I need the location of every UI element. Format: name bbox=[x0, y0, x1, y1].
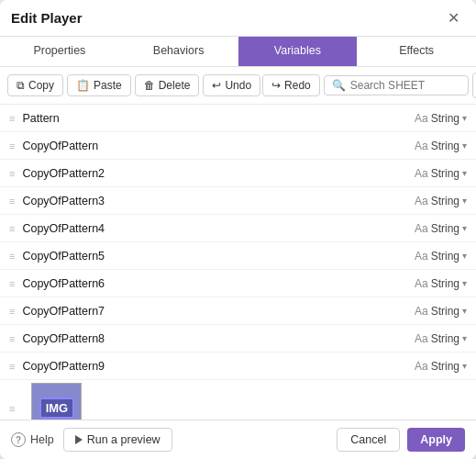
tab-behaviors[interactable]: Behaviors bbox=[119, 37, 238, 66]
table-row[interactable]: ≡ Pattern Aa String ▾ bbox=[0, 105, 476, 132]
modal-footer: ? Help Run a preview Cancel Apply bbox=[0, 420, 476, 459]
cancel-button[interactable]: Cancel bbox=[337, 428, 400, 452]
variable-list: ≡ Pattern Aa String ▾ ≡ CopyOfPattern Aa… bbox=[0, 105, 476, 420]
drag-handle-icon: ≡ bbox=[9, 403, 15, 414]
drag-handle-icon: ≡ bbox=[9, 223, 15, 234]
paste-button[interactable]: 📋 Paste bbox=[67, 74, 131, 96]
image-thumbnail-row: ≡ IMG bbox=[0, 380, 476, 420]
redo-button[interactable]: ↪ Redo bbox=[262, 74, 320, 96]
chevron-down-icon: ▾ bbox=[462, 140, 467, 151]
type-selector[interactable]: Aa String ▾ bbox=[415, 332, 467, 345]
image-thumbnail: IMG bbox=[31, 383, 82, 420]
type-selector[interactable]: Aa String ▾ bbox=[415, 140, 467, 152]
tab-effects[interactable]: Effects bbox=[357, 37, 476, 66]
paste-icon: 📋 bbox=[76, 79, 90, 92]
string-type-icon: Aa bbox=[415, 250, 428, 263]
table-row[interactable]: ≡ CopyOfPattern5 Aa String ▾ bbox=[0, 242, 476, 270]
table-row[interactable]: ≡ CopyOfPattern6 Aa String ▾ bbox=[0, 270, 476, 297]
drag-handle-icon: ≡ bbox=[9, 168, 15, 179]
string-type-icon: Aa bbox=[415, 332, 428, 345]
modal-header: Edit Player ✕ bbox=[0, 0, 476, 37]
string-type-icon: Aa bbox=[415, 112, 428, 125]
drag-handle-icon: ≡ bbox=[9, 113, 15, 124]
drag-handle-icon: ≡ bbox=[9, 333, 15, 344]
undo-icon: ↩ bbox=[212, 79, 221, 92]
run-preview-button[interactable]: Run a preview bbox=[63, 428, 172, 452]
table-row[interactable]: ≡ CopyOfPattern9 Aa String ▾ bbox=[0, 353, 476, 380]
table-row[interactable]: ≡ CopyOfPattern3 Aa String ▾ bbox=[0, 187, 476, 215]
chevron-down-icon: ▾ bbox=[462, 333, 467, 343]
toolbar: ⧉ Copy 📋 Paste 🗑 Delete ↩ Undo ↪ Redo 🔍 bbox=[0, 67, 476, 105]
chevron-down-icon: ▾ bbox=[462, 361, 467, 371]
footer-actions: Cancel Apply bbox=[337, 428, 465, 452]
edit-player-modal: Edit Player ✕ Properties Behaviors Varia… bbox=[0, 0, 476, 459]
modal-title: Edit Player bbox=[11, 10, 83, 26]
redo-icon: ↪ bbox=[271, 79, 281, 92]
drag-handle-icon: ≡ bbox=[9, 140, 15, 151]
play-icon bbox=[75, 435, 83, 444]
drag-handle-icon: ≡ bbox=[9, 196, 15, 207]
help-icon: ? bbox=[11, 432, 26, 447]
search-icon: 🔍 bbox=[332, 79, 346, 92]
chevron-down-icon: ▾ bbox=[462, 168, 467, 178]
string-type-icon: Aa bbox=[415, 167, 428, 180]
string-type-icon: Aa bbox=[415, 305, 428, 318]
type-selector[interactable]: Aa String ▾ bbox=[415, 112, 467, 125]
tab-variables[interactable]: Variables bbox=[238, 37, 358, 66]
copy-button[interactable]: ⧉ Copy bbox=[7, 74, 63, 96]
copy-icon: ⧉ bbox=[17, 79, 25, 92]
chevron-down-icon: ▾ bbox=[462, 223, 467, 233]
drag-handle-icon: ≡ bbox=[9, 251, 15, 262]
type-selector[interactable]: Aa String ▾ bbox=[415, 195, 467, 207]
img-label: IMG bbox=[39, 397, 75, 419]
delete-button[interactable]: 🗑 Delete bbox=[135, 74, 200, 96]
drag-handle-icon: ≡ bbox=[9, 306, 15, 317]
type-selector[interactable]: Aa String ▾ bbox=[415, 250, 467, 263]
type-selector[interactable]: Aa String ▾ bbox=[415, 305, 467, 318]
add-variable-button[interactable]: ＋ Add variable bbox=[472, 73, 476, 98]
footer-left: ? Help Run a preview bbox=[11, 428, 172, 452]
drag-handle-icon: ≡ bbox=[9, 278, 15, 289]
close-button[interactable]: ✕ bbox=[442, 7, 465, 28]
chevron-down-icon: ▾ bbox=[462, 278, 467, 288]
table-row[interactable]: ≡ CopyOfPattern4 Aa String ▾ bbox=[0, 215, 476, 242]
type-selector[interactable]: Aa String ▾ bbox=[415, 222, 467, 235]
undo-redo-group: ↩ Undo ↪ Redo bbox=[203, 74, 319, 96]
string-type-icon: Aa bbox=[415, 277, 428, 290]
apply-button[interactable]: Apply bbox=[407, 428, 465, 452]
table-row[interactable]: ≡ CopyOfPattern2 Aa String ▾ bbox=[0, 160, 476, 187]
chevron-down-icon: ▾ bbox=[462, 113, 467, 123]
drag-handle-icon: ≡ bbox=[9, 361, 15, 372]
toolbar-right: 🔍 ＋ Add variable bbox=[324, 73, 476, 98]
string-type-icon: Aa bbox=[415, 140, 428, 152]
string-type-icon: Aa bbox=[415, 360, 428, 373]
table-row[interactable]: ≡ CopyOfPattern8 Aa String ▾ bbox=[0, 325, 476, 353]
trash-icon: 🗑 bbox=[144, 79, 155, 92]
table-row[interactable]: ≡ CopyOfPattern Aa String ▾ bbox=[0, 132, 476, 160]
search-box: 🔍 bbox=[324, 75, 469, 95]
chevron-down-icon: ▾ bbox=[462, 306, 467, 316]
string-type-icon: Aa bbox=[415, 195, 428, 207]
type-selector[interactable]: Aa String ▾ bbox=[415, 360, 467, 373]
table-row[interactable]: ≡ CopyOfPattern7 Aa String ▾ bbox=[0, 297, 476, 325]
string-type-icon: Aa bbox=[415, 222, 428, 235]
type-selector[interactable]: Aa String ▾ bbox=[415, 277, 467, 290]
tab-properties[interactable]: Properties bbox=[0, 37, 119, 66]
type-selector[interactable]: Aa String ▾ bbox=[415, 167, 467, 180]
undo-button[interactable]: ↩ Undo bbox=[203, 74, 260, 96]
tabs-bar: Properties Behaviors Variables Effects bbox=[0, 37, 476, 67]
chevron-down-icon: ▾ bbox=[462, 196, 467, 206]
chevron-down-icon: ▾ bbox=[462, 251, 467, 261]
help-button[interactable]: ? Help bbox=[11, 432, 54, 447]
search-input[interactable] bbox=[350, 79, 460, 92]
